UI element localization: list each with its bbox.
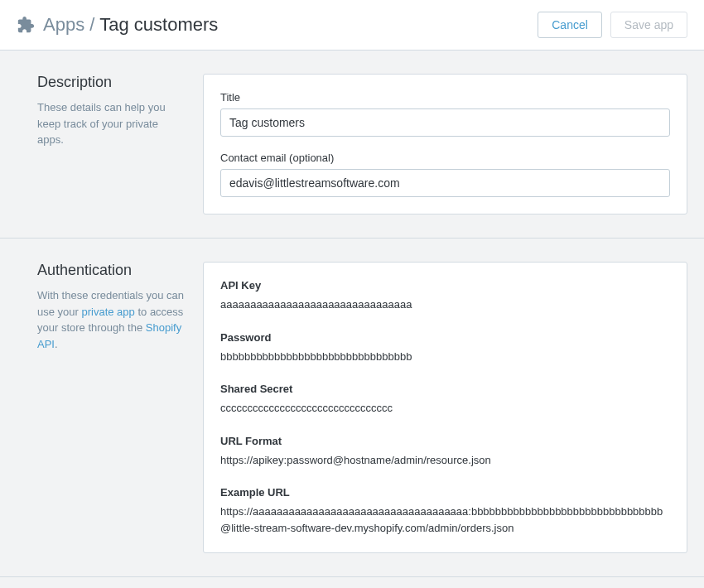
shared-secret-value: cccccccccccccccccccccccccccccccc xyxy=(220,400,670,417)
description-section: Description These details can help you k… xyxy=(0,51,704,238)
api-key-value: aaaaaaaaaaaaaaaaaaaaaaaaaaaaaaaa xyxy=(220,296,670,313)
authentication-side: Authentication With these credentials yo… xyxy=(0,262,203,553)
email-label: Contact email (optional) xyxy=(220,152,670,164)
breadcrumb-separator: / xyxy=(89,14,94,36)
authentication-section: Authentication With these credentials yo… xyxy=(0,238,704,576)
description-card: Title Contact email (optional) xyxy=(203,74,687,214)
example-url-value: https://aaaaaaaaaaaaaaaaaaaaaaaaaaaaaaaa… xyxy=(220,504,670,536)
private-app-link[interactable]: private app xyxy=(81,306,134,318)
authentication-help-text: With these credentials you can use your … xyxy=(37,287,186,352)
email-input[interactable] xyxy=(220,169,670,197)
description-help-text: These details can help you keep track of… xyxy=(37,99,186,148)
password-label: Password xyxy=(220,331,670,344)
auth-help-suffix: . xyxy=(55,338,58,350)
title-input[interactable] xyxy=(220,108,670,137)
app-icon xyxy=(17,16,35,34)
title-label: Title xyxy=(220,91,670,104)
authentication-card: API Key aaaaaaaaaaaaaaaaaaaaaaaaaaaaaaaa… xyxy=(203,262,687,553)
example-url-label: Example URL xyxy=(220,486,670,499)
breadcrumb-root[interactable]: Apps xyxy=(43,14,84,36)
authentication-heading: Authentication xyxy=(37,262,186,279)
page-header: Apps / Tag customers Cancel Save app xyxy=(0,0,704,51)
page-footer: Remove this app Cancel Save app xyxy=(0,576,704,588)
description-side: Description These details can help you k… xyxy=(0,74,203,214)
header-actions: Cancel Save app xyxy=(538,12,687,38)
breadcrumb-current: Tag customers xyxy=(99,14,218,36)
description-heading: Description xyxy=(37,74,186,91)
shared-secret-label: Shared Secret xyxy=(220,383,670,395)
url-format-label: URL Format xyxy=(220,435,670,447)
password-value: bbbbbbbbbbbbbbbbbbbbbbbbbbbbbbbb xyxy=(220,349,670,365)
api-key-label: API Key xyxy=(220,279,670,292)
cancel-button[interactable]: Cancel xyxy=(538,12,602,38)
save-app-button: Save app xyxy=(610,12,687,38)
url-format-value: https://apikey:password@hostname/admin/r… xyxy=(220,452,670,469)
breadcrumb: Apps / Tag customers xyxy=(17,14,218,36)
